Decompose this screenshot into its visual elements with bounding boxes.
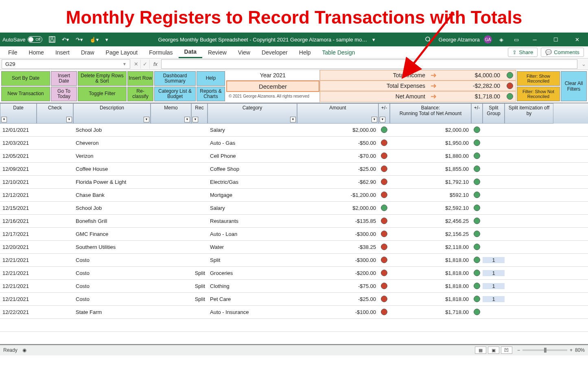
fx-icon[interactable]: fx <box>150 59 161 70</box>
cell[interactable]: -$25.00 <box>297 166 378 172</box>
cell[interactable]: 12/15/2021 <box>0 205 37 211</box>
cell[interactable]: Bonefish Grill <box>73 218 151 224</box>
avatar[interactable]: GA <box>484 35 492 44</box>
cell[interactable]: $2,592.10 <box>390 205 471 211</box>
cell[interactable]: $1,818.00 <box>390 257 471 263</box>
cell[interactable]: Water <box>208 244 297 250</box>
formula-enter-icon[interactable]: ✓ <box>141 59 150 69</box>
cell[interactable]: $2,156.25 <box>390 231 471 237</box>
clear-all-filters-button[interactable]: Clear All Filters <box>561 71 587 101</box>
cell[interactable]: Florida Power & Light <box>73 179 151 185</box>
autosave-toggle[interactable]: AutoSave Off <box>2 36 42 43</box>
cell[interactable]: Cell Phone <box>208 153 297 159</box>
macro-button[interactable]: Toggle Filter <box>78 87 127 101</box>
cell[interactable]: Mortgage <box>208 192 297 198</box>
table-row[interactable] <box>0 332 588 345</box>
cell[interactable]: 12/16/2021 <box>0 218 37 224</box>
cell[interactable]: Salary <box>208 205 297 211</box>
view-page-layout-icon[interactable]: ▣ <box>488 346 499 354</box>
maximize-icon[interactable]: ☐ <box>547 33 564 46</box>
cell[interactable]: State Farm <box>73 309 151 315</box>
table-row[interactable]: 12/01/2021School JobSalary$2,000.00$2,00… <box>0 124 588 137</box>
cell[interactable]: $1,855.00 <box>390 166 471 172</box>
table-row[interactable]: 12/16/2021Bonefish GrillRestaurants-$135… <box>0 215 588 228</box>
macro-button[interactable]: New Transaction <box>1 87 50 101</box>
close-icon[interactable]: ✕ <box>568 33 586 46</box>
cell[interactable]: -$135.85 <box>297 218 378 224</box>
cell[interactable]: Split <box>208 257 297 263</box>
cell[interactable]: $1,818.00 <box>390 296 471 302</box>
tab-page-layout[interactable]: Page Layout <box>100 46 144 58</box>
cell[interactable]: 12/09/2021 <box>0 166 37 172</box>
tab-view[interactable]: View <box>232 46 256 58</box>
cell[interactable]: $2,456.25 <box>390 218 471 224</box>
filter-dropdown-icon[interactable]: ▼ <box>290 117 296 122</box>
tab-help[interactable]: Help <box>293 46 317 58</box>
table-row[interactable]: 12/03/2021CheveronAuto - Gas-$50.00$1,95… <box>0 137 588 150</box>
tab-review[interactable]: Review <box>202 46 232 58</box>
zoom-level[interactable]: 80% <box>575 347 585 353</box>
table-row[interactable] <box>0 319 588 332</box>
cell[interactable]: Costo <box>73 257 151 263</box>
column-header[interactable]: Description▼ <box>73 103 151 124</box>
macro-button[interactable]: Delete Empty Rows & Sort <box>78 71 127 86</box>
cell[interactable]: 12/21/2021 <box>0 270 37 276</box>
view-page-break-icon[interactable]: 凹 <box>501 346 512 354</box>
diamond-icon[interactable]: ◈ <box>496 37 507 43</box>
column-header[interactable]: Check▼ <box>37 103 73 124</box>
chevron-down-icon[interactable]: ▼ <box>122 62 127 66</box>
column-header[interactable]: Split Group <box>483 103 505 124</box>
cell[interactable]: 1 <box>483 296 505 302</box>
cell[interactable]: 12/05/2021 <box>0 153 37 159</box>
cell[interactable]: 12/12/2021 <box>0 192 37 198</box>
title-dropdown-icon[interactable]: ▾ <box>372 37 375 43</box>
cell[interactable]: Auto - Gas <box>208 140 297 146</box>
cell[interactable]: -$300.00 <box>297 231 378 237</box>
filter-dropdown-icon[interactable]: ▼ <box>1 117 7 122</box>
cell[interactable]: $2,000.00 <box>297 205 378 211</box>
cell[interactable]: -$300.00 <box>297 257 378 263</box>
macro-button[interactable]: Category List & Budget <box>154 87 196 101</box>
undo-icon[interactable]: ↶▾ <box>59 33 72 46</box>
tab-table-design[interactable]: Table Design <box>317 46 361 58</box>
filter-dropdown-icon[interactable]: ▼ <box>372 117 377 122</box>
zoom-slider[interactable] <box>522 349 567 351</box>
filter-dropdown-icon[interactable]: ▼ <box>66 117 72 122</box>
macro-button[interactable]: Dashboard Summary <box>154 71 196 86</box>
touch-icon[interactable]: ☝▾ <box>86 33 102 46</box>
formula-expand-icon[interactable]: ⌄ <box>579 59 588 69</box>
cell[interactable]: Pet Care <box>208 296 297 302</box>
comments-button[interactable]: 💬Comments <box>541 48 584 57</box>
macro-button[interactable]: Insert Date <box>51 71 77 86</box>
minimize-icon[interactable]: ─ <box>526 33 543 46</box>
formula-input[interactable] <box>161 59 577 69</box>
qat-more-icon[interactable]: ▾ <box>102 33 111 46</box>
cell[interactable]: -$62.90 <box>297 179 378 185</box>
filter-dropdown-icon[interactable]: ▼ <box>192 117 198 122</box>
cell[interactable]: 12/21/2021 <box>0 296 37 302</box>
cell[interactable]: Restaurants <box>208 218 297 224</box>
macro-button[interactable]: Go To Today <box>51 87 77 101</box>
share-button[interactable]: ⇧Share <box>508 48 538 57</box>
search-icon[interactable] <box>422 36 435 43</box>
table-row[interactable]: 12/05/2021VerizonCell Phone-$70.00$1,880… <box>0 150 588 163</box>
cell[interactable]: Electric/Gas <box>208 179 297 185</box>
cell[interactable]: 12/22/2021 <box>0 309 37 315</box>
column-header[interactable]: +/- <box>471 103 483 124</box>
macro-button[interactable]: Reports & Charts <box>197 87 225 101</box>
cell[interactable]: 12/21/2021 <box>0 283 37 289</box>
cell[interactable]: Split <box>191 296 208 302</box>
macro-button[interactable]: Sort By Date <box>1 71 50 86</box>
cell[interactable]: $592.10 <box>390 192 471 198</box>
cell[interactable]: -$75.00 <box>297 283 378 289</box>
redo-icon[interactable]: ↷▾ <box>72 33 86 46</box>
tab-insert[interactable]: Insert <box>50 46 75 58</box>
cell[interactable]: -$1,200.00 <box>297 192 378 198</box>
cell[interactable]: 12/01/2021 <box>0 127 37 133</box>
table-row[interactable]: 12/21/2021CostoSplit-$300.00$1,818.001 <box>0 254 588 267</box>
tab-data[interactable]: Data <box>179 46 202 58</box>
filter-dropdown-icon[interactable]: ▼ <box>144 117 149 122</box>
zoom-in-icon[interactable]: + <box>570 347 573 353</box>
tab-developer[interactable]: Developer <box>256 46 293 58</box>
column-header[interactable]: Amount▼ <box>297 103 378 124</box>
